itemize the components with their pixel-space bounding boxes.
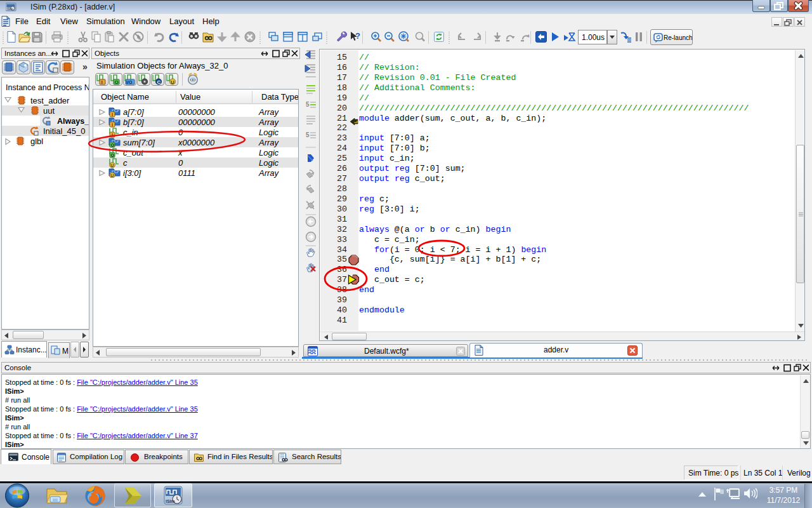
svg-text:U: U — [171, 79, 174, 85]
svg-text:I/O: I/O — [126, 80, 133, 84]
svg-text:ISIm: ISIm — [7, 8, 13, 11]
svg-text:I: I — [102, 79, 103, 85]
svg-text:5: 5 — [306, 131, 310, 138]
svg-text:?: ? — [355, 31, 360, 41]
svg-text:ISIm: ISIm — [166, 499, 175, 504]
svg-text:O: O — [115, 79, 119, 85]
svg-text:C: C — [157, 79, 161, 85]
svg-text:5: 5 — [306, 101, 310, 108]
